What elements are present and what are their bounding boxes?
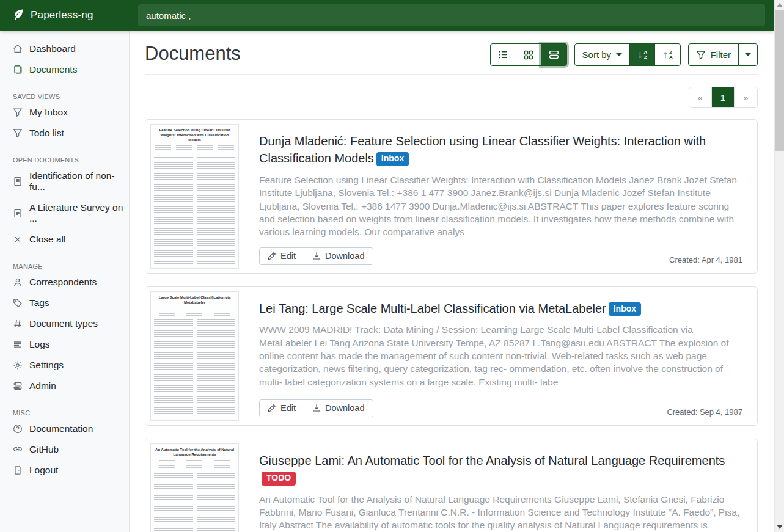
document-actions: Edit Download [259,247,373,265]
sidebar-item-github[interactable]: GitHub [0,439,129,460]
document-thumbnail[interactable]: Large Scale Multi-Label Classification v… [145,287,244,425]
created-date: Created: Sep 4, 1987 [667,407,742,417]
document-thumbnail[interactable]: Feature Selection using Linear Classifie… [145,120,244,273]
sidebar-item-label: Correspondents [29,277,97,288]
sidebar-section-heading: OPEN DOCUMENTS [0,156,129,164]
edit-button[interactable]: Edit [260,400,304,417]
sort-by-button[interactable]: Sort by [574,43,631,66]
scrollbar-thumb[interactable] [775,10,784,151]
thumbnail-authors [154,145,235,153]
thumbnail-authors [154,460,235,468]
funnel-icon [13,128,23,138]
download-button[interactable]: Download [304,400,373,417]
sidebar-item-documentation[interactable]: Documentation [0,418,129,439]
search-input[interactable] [138,4,765,26]
tag-badge-inbox[interactable]: Inbox [609,302,641,316]
gear-icon [13,360,23,370]
scrollbar-down-arrow[interactable] [777,525,783,529]
page-header: Documents [145,43,758,75]
sidebar-item-label: Documentation [29,423,93,434]
sort-alpha-up-icon: ↑ [662,49,668,60]
thumbnail-page: Feature Selection using Linear Classifie… [150,124,239,269]
sidebar-item-label: Identification of non-fu... [29,170,124,192]
sort-by-label: Sort by [582,49,612,60]
pagination-page-1[interactable]: 1 [712,87,735,107]
thumbnail-title: An Automatic Tool for the Analysis of Na… [154,448,235,457]
sidebar-item-label: Documents [29,64,77,75]
filter-dropdown-button[interactable] [738,43,758,66]
sidebar-item-documents[interactable]: Documents [0,59,129,80]
sort-ascending-button[interactable]: ↓ AZ [629,43,655,66]
sort-alpha-down-icon: ↓ [637,49,643,60]
main-content: Documents [130,31,774,532]
sidebar-item-admin[interactable]: Admin [0,376,129,396]
leaf-logo-icon [12,9,24,23]
thumbnail-columns [154,472,235,532]
sidebar-item-open-doc-1[interactable]: Identification of non-fu... [0,166,129,197]
file-text-icon [13,208,23,218]
sidebar-item-settings[interactable]: Settings [0,355,129,376]
details-view-button[interactable] [541,43,567,66]
grid-view-button[interactable] [516,43,541,66]
document-thumbnail[interactable]: An Automatic Tool for the Analysis of Na… [145,439,244,532]
sidebar-item-document-types[interactable]: Document types [0,313,129,334]
sidebar-item-my-inbox[interactable]: My Inbox [0,102,129,123]
sort-letters-za: ZA [669,50,673,60]
edit-button[interactable]: Edit [260,248,304,264]
funnel-icon [696,50,706,60]
vertical-scrollbar [774,0,784,532]
document-title[interactable]: Lei Tang: Large Scale Multi-Label Classi… [259,300,742,318]
document-title[interactable]: Dunja Mladenić: Feature Selection using … [259,133,742,167]
sidebar-item-todo-list[interactable]: Todo list [0,123,129,144]
pagination: « 1 » [689,87,758,108]
funnel-icon [13,107,23,117]
sidebar-item-correspondents[interactable]: Correspondents [0,272,129,293]
link-icon [13,445,23,454]
sidebar-item-open-doc-2[interactable]: A Literature Survey on ... [0,197,129,229]
document-excerpt: Feature Selection using Linear Classifie… [259,173,742,239]
download-icon [312,404,321,412]
thumbnail-authors [154,308,235,316]
sidebar-item-tags[interactable]: Tags [0,293,129,313]
brand[interactable]: Paperless-ng [0,9,129,23]
filter-group: Filter [688,43,758,66]
document-card: Feature Selection using Linear Classifie… [145,119,758,274]
sidebar: Dashboard Documents SAVED VIEWS My Inbox… [0,31,130,532]
document-excerpt: WWW 2009 MADRID! Track: Data Mining / Se… [259,323,742,388]
pagination-prev[interactable]: « [689,87,712,107]
thumbnail-columns [154,157,235,264]
document-card-body: Giuseppe Lami: An Automatic Tool for the… [244,439,757,532]
brand-name: Paperless-ng [31,9,93,21]
documents-toolbar: Sort by ↓ AZ ↑ ZA [490,43,758,66]
thumbnail-columns [154,319,235,417]
pagination-next[interactable]: » [735,87,757,107]
document-excerpt: An Automatic Tool for the Analysis of Na… [259,493,742,532]
sidebar-item-logs[interactable]: Logs [0,334,129,355]
list-view-button[interactable] [490,43,516,66]
document-title[interactable]: Giuseppe Lami: An Automatic Tool for the… [259,452,742,487]
person-icon [13,277,23,287]
filter-button[interactable]: Filter [688,43,739,66]
sidebar-item-label: Tags [29,297,49,308]
chevron-down-icon [616,53,622,56]
toggles-icon [13,381,23,391]
download-button[interactable]: Download [304,248,373,264]
thumbnail-page: An Automatic Tool for the Analysis of Na… [150,443,239,532]
page-title: Documents [145,43,241,65]
hash-icon [13,319,23,329]
document-card-body: Lei Tang: Large Scale Multi-Label Classi… [244,287,757,425]
tag-badge-inbox[interactable]: Inbox [376,152,409,166]
paperless-app: Paperless-ng Dashboard Documents SAVED V… [0,0,784,532]
sidebar-item-label: GitHub [29,444,59,455]
sort-descending-button[interactable]: ↑ ZA [654,43,680,66]
card-footer: Edit Download Created: Apr 4, 1981 [259,247,742,265]
sidebar-item-close-all[interactable]: Close all [0,229,129,250]
sidebar-item-label: Dashboard [29,43,76,54]
document-card: Large Scale Multi-Label Classification v… [145,286,758,426]
pencil-icon [268,404,276,412]
sort-group: Sort by ↓ AZ ↑ ZA [574,43,681,66]
sidebar-item-dashboard[interactable]: Dashboard [0,38,129,59]
scrollbar-up-arrow[interactable] [777,3,783,7]
sidebar-item-logout[interactable]: Logout [0,460,129,481]
tag-badge-todo[interactable]: TODO [262,472,296,486]
